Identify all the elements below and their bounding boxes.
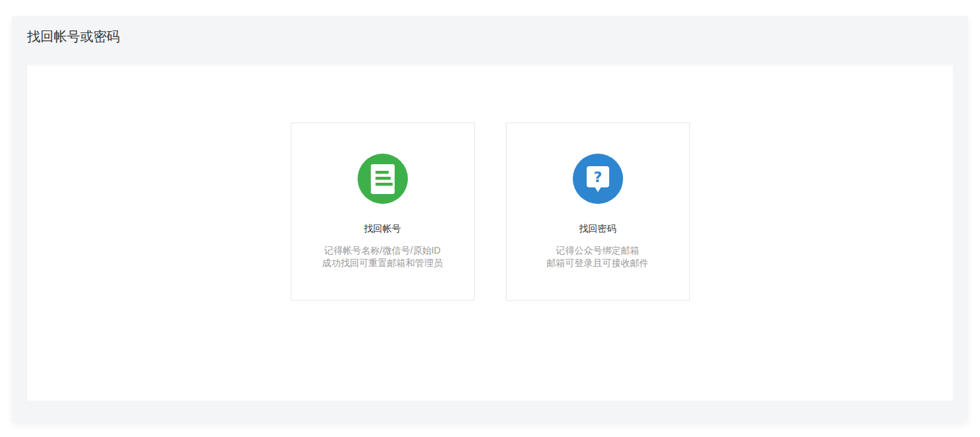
document-icon	[358, 154, 408, 204]
card-description-line: 记得公众号绑定邮箱	[507, 244, 689, 257]
card-description-line: 记得帐号名称/微信号/原始ID	[291, 244, 474, 257]
card-description: 记得公众号绑定邮箱 邮箱可登录且可接收邮件	[507, 244, 689, 269]
recover-password-card[interactable]: ? 找回密码 记得公众号绑定邮箱 邮箱可登录且可接收邮件	[506, 122, 690, 301]
card-description-line: 成功找回可重置邮箱和管理员	[291, 257, 474, 269]
card-title: 找回密码	[507, 222, 689, 235]
recover-account-card[interactable]: 找回帐号 记得帐号名称/微信号/原始ID 成功找回可重置邮箱和管理员	[291, 122, 475, 301]
page-title: 找回帐号或密码	[12, 16, 968, 46]
svg-text:?: ?	[593, 169, 602, 185]
card-description-line: 邮箱可登录且可接收邮件	[507, 257, 689, 269]
card-description: 记得帐号名称/微信号/原始ID 成功找回可重置邮箱和管理员	[291, 244, 474, 269]
recover-options: 找回帐号 记得帐号名称/微信号/原始ID 成功找回可重置邮箱和管理员 ? 找回密…	[27, 122, 953, 301]
recover-panel: 找回帐号或密码 找回帐号 记得帐号名称/微信号/原始ID 成功找回可重置邮箱和管…	[12, 16, 968, 422]
card-title: 找回帐号	[291, 222, 474, 235]
content-box: 找回帐号 记得帐号名称/微信号/原始ID 成功找回可重置邮箱和管理员 ? 找回密…	[27, 66, 953, 401]
question-bubble-icon: ?	[573, 154, 623, 204]
